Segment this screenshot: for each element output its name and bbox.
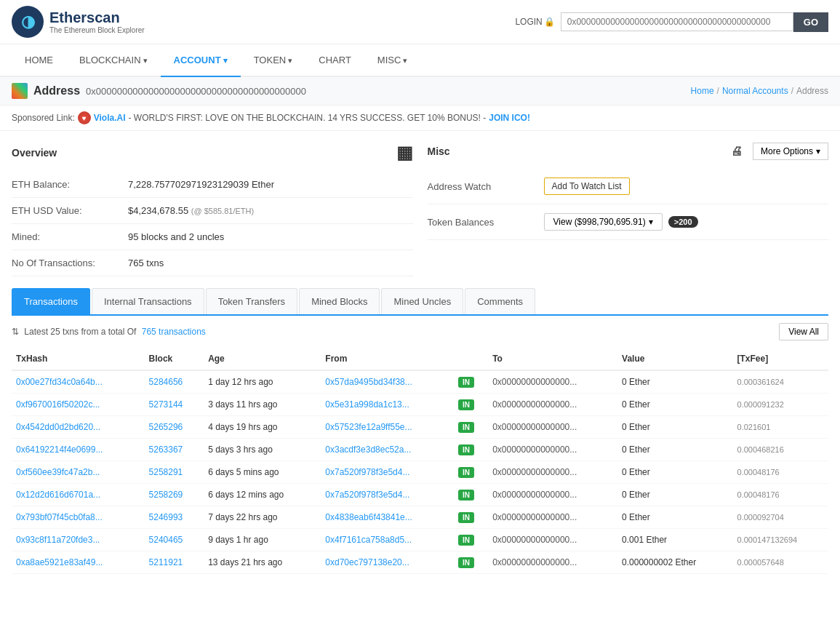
tx-hash-link[interactable]: 0x12d2d616d6701a... [16, 490, 100, 500]
value-cell: 0 Ether [617, 370, 732, 394]
main-content: Overview ▦ ETH Balance: 7,228.7577029719… [0, 131, 840, 586]
col-txfee: [TxFee] [733, 348, 828, 370]
fee-cell: 0.000361624 [733, 370, 828, 394]
tx-hash-link[interactable]: 0x793bf07f45cb0fa8... [16, 512, 103, 522]
block-link[interactable]: 5273144 [149, 399, 183, 410]
sponsored-description: - WORLD'S FIRST: LOVE ON THE BLOCKCHAIN.… [129, 113, 487, 123]
nav-home[interactable]: HOME [12, 44, 66, 77]
address-icon [12, 83, 28, 99]
tab-internal-transactions[interactable]: Internal Transactions [92, 288, 204, 314]
tx-hash-link[interactable]: 0x4542dd0d2bd620... [16, 422, 100, 432]
search-input[interactable] [561, 12, 793, 31]
from-link[interactable]: 0xd70ec797138e20... [325, 557, 409, 567]
eth-balance-value: 7,228.757702971923129039 Ether [128, 179, 274, 190]
tab-token-transfers[interactable]: Token Transfers [206, 288, 298, 314]
block-link[interactable]: 5246993 [149, 512, 183, 522]
block-link[interactable]: 5265296 [149, 422, 183, 432]
fee-cell: 0.000092704 [733, 506, 828, 529]
from-link[interactable]: 0x4f7161ca758a8d5... [325, 535, 412, 545]
col-dir [454, 348, 488, 370]
table-row: 0x64192214f4e0699... 5263367 5 days 3 hr… [12, 439, 828, 461]
misc-title: Misc [428, 145, 450, 157]
address-section: Address 0x000000000000000000000000000000… [12, 83, 306, 99]
breadcrumb-bar: Address 0x000000000000000000000000000000… [0, 77, 840, 105]
add-to-watch-button[interactable]: Add To Watch List [544, 178, 630, 195]
breadcrumb-address: Address [796, 86, 828, 96]
txn-row: No Of Transactions: 765 txns [12, 250, 413, 276]
value-cell: 0 Ether [617, 506, 732, 529]
tx-hash-link[interactable]: 0xf560ee39fc47a2b... [16, 467, 100, 477]
from-link[interactable]: 0x7a520f978f3e5d4... [325, 490, 409, 500]
tab-comments[interactable]: Comments [465, 288, 535, 314]
misc-header: Misc 🖨 More Options ▾ [428, 143, 829, 160]
nav-token[interactable]: TOKEN [241, 44, 306, 77]
nav-chart[interactable]: CHART [305, 44, 364, 77]
value-cell: 0.000000002 Ether [617, 551, 732, 574]
block-link[interactable]: 5258291 [149, 467, 183, 477]
eth-usd-value: $4,234,678.55 (@ $585.81/ETH) [128, 205, 254, 216]
table-row: 0x793bf07f45cb0fa8... 5246993 7 days 22 … [12, 506, 828, 529]
block-link[interactable]: 5258269 [149, 490, 183, 500]
print-icon[interactable]: 🖨 [731, 145, 743, 158]
tx-hash-link[interactable]: 0x00e27fd34c0a64b... [16, 377, 103, 387]
nav-account[interactable]: ACCOUNT [161, 44, 241, 77]
col-to: To [488, 348, 617, 370]
view-all-button[interactable]: View All [779, 323, 828, 340]
login-link[interactable]: LOGIN 🔒 [515, 17, 554, 27]
join-ico-link[interactable]: JOIN ICO! [489, 113, 530, 123]
from-link[interactable]: 0x7a520f978f3e5d4... [325, 467, 409, 477]
age-cell: 4 days 19 hrs ago [204, 416, 321, 439]
block-link[interactable]: 5240465 [149, 535, 183, 545]
qr-icon[interactable]: ▦ [396, 143, 413, 163]
mined-value: 95 blocks and 2 uncles [128, 231, 224, 242]
tab-mined-blocks[interactable]: Mined Blocks [299, 288, 380, 314]
table-info: ⇅ Latest 25 txns from a total Of 765 tra… [12, 327, 206, 337]
to-address: 0x00000000000000... [492, 490, 577, 500]
sponsored-label: Sponsored Link: [12, 113, 75, 123]
logo-text: Etherscan The Ethereum Block Explorer [49, 9, 145, 34]
tx-hash-link[interactable]: 0x93c8f11a720fde3... [16, 535, 100, 545]
overview-header: Overview ▦ [12, 143, 413, 163]
value-cell: 0 Ether [617, 461, 732, 484]
value-cell: 0 Ether [617, 416, 732, 439]
table-row: 0x93c8f11a720fde3... 5240465 9 days 1 hr… [12, 529, 828, 551]
more-options-button[interactable]: More Options ▾ [753, 143, 828, 160]
from-link[interactable]: 0x4838eab6f43841e... [325, 512, 412, 522]
fee-cell: 0.000468216 [733, 439, 828, 461]
fee-cell: 0.00048176 [733, 484, 828, 506]
go-button[interactable]: GO [793, 12, 828, 32]
from-link[interactable]: 0x57da9495bd34f38... [325, 377, 412, 387]
from-link[interactable]: 0x3acdf3e3d8ec52a... [325, 444, 411, 455]
col-block: Block [145, 348, 204, 370]
block-link[interactable]: 5211921 [149, 557, 183, 567]
to-address: 0x00000000000000... [492, 399, 577, 410]
table-row: 0x12d2d616d6701a... 5258269 6 days 12 mi… [12, 484, 828, 506]
nav-misc[interactable]: MISC [364, 44, 421, 77]
from-link[interactable]: 0x57523fe12a9ff55e... [325, 422, 412, 432]
breadcrumb-normal-accounts[interactable]: Normal Accounts [722, 86, 788, 96]
from-link[interactable]: 0x5e31a998da1c13... [325, 399, 409, 410]
direction-badge: IN [458, 490, 474, 501]
direction-badge: IN [458, 557, 474, 568]
fee-cell: 0.000057648 [733, 551, 828, 574]
age-cell: 6 days 12 mins ago [204, 484, 321, 506]
age-cell: 7 days 22 hrs ago [204, 506, 321, 529]
to-address: 0x00000000000000... [492, 444, 577, 455]
total-transactions-link[interactable]: 765 transactions [142, 327, 206, 337]
view-token-button[interactable]: View ($998,790,695.91) ▾ [544, 213, 663, 231]
col-value: Value [617, 348, 732, 370]
tx-hash-link[interactable]: 0xa8ae5921e83af49... [16, 557, 103, 567]
tab-transactions[interactable]: Transactions [12, 288, 90, 314]
block-link[interactable]: 5263367 [149, 444, 183, 455]
address-label: Address [33, 84, 80, 97]
block-link[interactable]: 5284656 [149, 377, 183, 387]
logo-icon: ◑ [12, 6, 44, 38]
tx-hash-link[interactable]: 0x64192214f4e0699... [16, 444, 103, 455]
tab-mined-uncles[interactable]: Mined Uncles [381, 288, 463, 314]
nav-blockchain[interactable]: BLOCKCHAIN [66, 44, 161, 77]
tab-bar: Transactions Internal Transactions Token… [12, 288, 828, 316]
eth-usd-note: (@ $585.81/ETH) [191, 207, 254, 215]
sponsored-brand-link[interactable]: Viola.AI [94, 113, 126, 123]
tx-hash-link[interactable]: 0xf9670016f50202c... [16, 399, 100, 410]
breadcrumb-home[interactable]: Home [691, 86, 714, 96]
